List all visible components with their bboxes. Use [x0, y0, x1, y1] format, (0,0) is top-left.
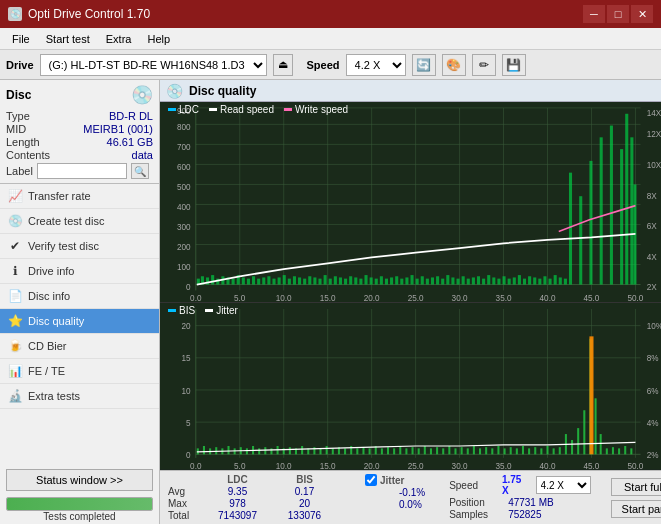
svg-text:6%: 6%	[647, 385, 659, 396]
write-speed-legend-label: Write speed	[295, 104, 348, 115]
jitter-checkbox[interactable]	[365, 474, 377, 486]
ldc-legend-dot	[168, 108, 176, 111]
eject-button[interactable]: ⏏	[273, 54, 293, 76]
maximize-button[interactable]: □	[607, 5, 629, 23]
sidebar-item-disc-info[interactable]: 📄 Disc info	[0, 284, 159, 309]
svg-rect-97	[436, 276, 439, 284]
svg-rect-79	[344, 279, 347, 285]
svg-rect-205	[412, 447, 414, 454]
write-button[interactable]: ✏	[472, 54, 496, 76]
svg-rect-218	[491, 449, 493, 455]
disc-label-input[interactable]	[37, 163, 127, 179]
svg-rect-197	[362, 447, 364, 454]
speed-key: Speed	[449, 480, 498, 491]
svg-rect-122	[564, 279, 567, 285]
svg-rect-98	[441, 279, 444, 285]
disc-panel: Disc 💿 Type BD-R DL MID MEIRB1 (001) Len…	[0, 80, 159, 184]
status-window-button[interactable]: Status window >>	[6, 469, 153, 491]
svg-text:40.0: 40.0	[540, 292, 556, 302]
disc-quality-header-icon: 💿	[166, 83, 183, 99]
sidebar-item-cd-bier[interactable]: 🍺 CD Bier	[0, 334, 159, 359]
svg-text:15: 15	[182, 353, 191, 364]
legend-read-speed: Read speed	[209, 104, 274, 115]
svg-rect-120	[554, 275, 557, 284]
svg-rect-211	[448, 446, 450, 454]
svg-rect-215	[473, 446, 475, 454]
svg-rect-109	[497, 279, 500, 285]
svg-rect-185	[289, 447, 291, 454]
svg-rect-53	[211, 275, 214, 284]
sidebar-item-create-test-disc[interactable]: 💿 Create test disc	[0, 209, 159, 234]
menu-extra[interactable]: Extra	[98, 31, 140, 47]
titlebar: 💿 Opti Drive Control 1.70 ─ □ ✕	[0, 0, 661, 28]
close-button[interactable]: ✕	[631, 5, 653, 23]
sidebar-item-drive-info[interactable]: ℹ Drive info	[0, 259, 159, 284]
drive-select[interactable]: (G:) HL-DT-ST BD-RE WH16NS48 1.D3	[40, 54, 267, 76]
legend-bis: BIS	[168, 305, 195, 316]
svg-text:30.0: 30.0	[452, 460, 468, 470]
svg-rect-229	[559, 447, 561, 454]
svg-rect-242	[589, 337, 593, 455]
svg-rect-106	[482, 279, 485, 285]
svg-rect-110	[503, 276, 506, 284]
sidebar-item-fe-te[interactable]: 📊 FE / TE	[0, 359, 159, 384]
svg-rect-118	[543, 276, 546, 284]
svg-rect-124	[579, 196, 582, 284]
speed-select[interactable]: 4.2 X	[536, 476, 591, 494]
svg-text:30.0: 30.0	[452, 292, 468, 302]
max-ldc-val: 978	[205, 498, 270, 509]
avg-label: Avg	[168, 486, 203, 497]
svg-rect-204	[405, 449, 407, 455]
app-title: Opti Drive Control 1.70	[28, 7, 150, 21]
svg-rect-63	[262, 277, 265, 284]
menu-help[interactable]: Help	[139, 31, 178, 47]
svg-rect-226	[540, 449, 542, 455]
svg-rect-73	[313, 277, 316, 284]
start-part-button[interactable]: Start part	[611, 500, 661, 518]
svg-rect-82	[359, 279, 362, 285]
svg-rect-96	[431, 277, 434, 284]
svg-rect-87	[385, 279, 388, 285]
content-area: 💿 Disc quality LDC Read speed	[160, 80, 661, 524]
minimize-button[interactable]: ─	[583, 5, 605, 23]
svg-text:20.0: 20.0	[364, 292, 380, 302]
menu-file[interactable]: File	[4, 31, 38, 47]
svg-text:45.0: 45.0	[584, 460, 600, 470]
sidebar-item-verify-test-disc[interactable]: ✔ Verify test disc	[0, 234, 159, 259]
svg-rect-111	[508, 279, 511, 285]
sidebar-item-extra-tests[interactable]: 🔬 Extra tests	[0, 384, 159, 409]
menu-start-test[interactable]: Start test	[38, 31, 98, 47]
svg-rect-95	[426, 279, 429, 285]
legend-write-speed: Write speed	[284, 104, 348, 115]
drive-speed-select[interactable]: 4.2 X	[346, 54, 406, 76]
disc-mid-label: MID	[6, 123, 26, 135]
svg-text:12X: 12X	[647, 129, 661, 140]
svg-rect-91	[405, 277, 408, 284]
refresh-button[interactable]: 🔄	[412, 54, 436, 76]
sidebar-item-transfer-rate[interactable]: 📈 Transfer rate	[0, 184, 159, 209]
svg-rect-130	[630, 137, 633, 284]
svg-rect-66	[278, 277, 281, 284]
sidebar-item-disc-quality[interactable]: ⭐ Disc quality	[0, 309, 159, 334]
svg-text:700: 700	[177, 142, 191, 153]
sidebar-item-transfer-rate-label: Transfer rate	[28, 190, 91, 202]
chart1-wrapper: LDC Read speed Write speed	[160, 102, 661, 303]
svg-text:0: 0	[186, 449, 191, 460]
speed-label: Speed	[307, 59, 340, 71]
disc-mid-row: MID MEIRB1 (001)	[6, 123, 153, 135]
start-full-button[interactable]: Start full	[611, 478, 661, 496]
svg-text:40.0: 40.0	[540, 460, 556, 470]
disc-label-btn[interactable]: 🔍	[131, 163, 149, 179]
svg-rect-235	[595, 399, 597, 455]
svg-text:10%: 10%	[647, 321, 661, 332]
svg-text:2%: 2%	[647, 449, 659, 460]
svg-rect-102	[462, 276, 465, 284]
svg-rect-104	[472, 277, 475, 284]
svg-text:0.0: 0.0	[190, 292, 201, 302]
disc-color-button[interactable]: 🎨	[442, 54, 466, 76]
disc-label-row: Label 🔍	[6, 163, 153, 179]
svg-text:300: 300	[177, 222, 191, 233]
svg-rect-85	[375, 279, 378, 285]
fe-te-icon: 📊	[8, 364, 22, 378]
save-button[interactable]: 💾	[502, 54, 526, 76]
